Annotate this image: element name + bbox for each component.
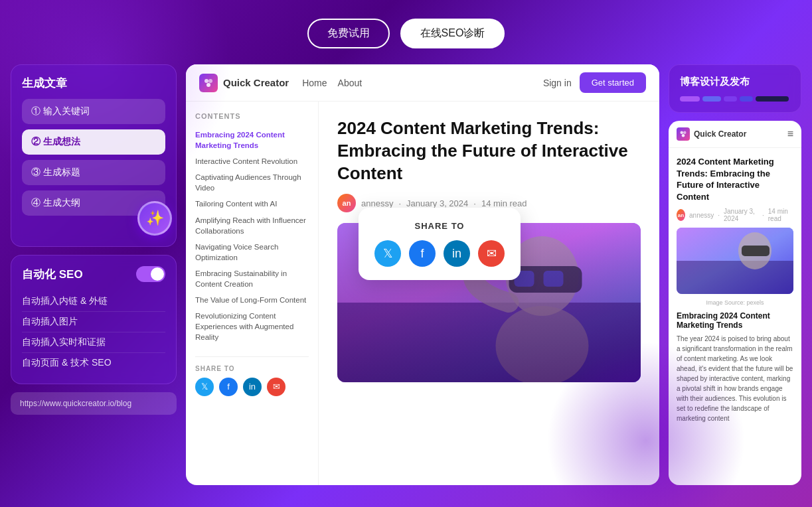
sign-in-link[interactable]: Sign in — [543, 78, 572, 88]
right-blog-content: 2024 Content Marketing Trends: Embracing… — [669, 148, 801, 431]
right-logo-icon — [677, 127, 690, 141]
svg-rect-15 — [677, 261, 793, 294]
right-blog-card: Quick Creator ≡ 2024 Content Marketing T… — [669, 121, 801, 485]
right-meta-dot: · — [718, 212, 720, 219]
right-author-avatar: an — [677, 209, 685, 221]
toc-item-3[interactable]: Tailoring Content with AI — [195, 196, 309, 212]
progress-bar-5 — [756, 96, 789, 102]
right-article-date: January 3, 2024 — [724, 208, 758, 222]
seo-toggle[interactable] — [136, 266, 165, 282]
share-popup: SHARE TO 𝕏 f in ✉ — [359, 208, 521, 280]
blog-navbar: Quick Creator Home About Sign in Get sta… — [186, 64, 659, 102]
right-blog-logo: Quick Creator — [677, 127, 787, 141]
toc-item-0[interactable]: Embracing 2024 Content Marketing Trends — [195, 127, 309, 153]
article-date: January 3, 2024 — [406, 198, 468, 208]
svg-rect-17 — [742, 246, 770, 256]
right-image-caption: Image Source: pexels — [677, 299, 793, 306]
seo-feature-1: 自动插入内链 & 外链 — [22, 291, 165, 312]
seo-feature-2: 自动插入图片 — [22, 312, 165, 332]
toc-share-facebook[interactable]: f — [219, 378, 238, 396]
toc-share-twitter[interactable]: 𝕏 — [195, 378, 214, 396]
toc-item-2[interactable]: Captivating Audiences Through Video — [195, 169, 309, 196]
share-popup-icons: 𝕏 f in ✉ — [374, 240, 505, 267]
magic-button[interactable]: ✨ — [137, 201, 172, 236]
top-buttons-section: 免费试用 在线SEO诊断 — [0, 0, 812, 64]
logo-icon — [199, 74, 218, 92]
progress-bar-3 — [724, 96, 737, 102]
blog-nav-right: Sign in Get started — [543, 72, 646, 93]
meta-dot: · — [398, 198, 401, 208]
seo-diagnosis-button[interactable]: 在线SEO诊断 — [400, 19, 505, 48]
blog-article: 2024 Content Marketing Trends: Embracing… — [319, 102, 659, 485]
free-trial-button[interactable]: 免费试用 — [307, 19, 390, 48]
get-started-button[interactable]: Get started — [580, 72, 646, 93]
popup-share-email[interactable]: ✉ — [478, 240, 505, 267]
popup-share-facebook[interactable]: f — [409, 240, 436, 267]
svg-point-2 — [206, 83, 210, 87]
toc-share-linkedin[interactable]: in — [243, 378, 262, 396]
left-panel: 生成文章 ① 输入关键词 ② 生成想法 ③ 生成标题 ④ 生成大纲 ✨ 自动化 … — [11, 64, 177, 485]
toc-share-email[interactable]: ✉ — [267, 378, 285, 396]
seo-feature-4: 自动页面 & 技术 SEO — [22, 353, 165, 373]
toc-item-6[interactable]: Embracing Sustainability in Content Crea… — [195, 265, 309, 292]
progress-bar-2 — [702, 96, 721, 102]
toc-item-8[interactable]: Revolutionizing Content Experiences with… — [195, 308, 309, 345]
toc-share-label: SHARE TO — [195, 365, 309, 372]
toc-title: CONTENTS — [195, 112, 309, 120]
blog-logo: Quick Creator — [199, 74, 289, 92]
nav-home[interactable]: Home — [302, 78, 327, 88]
right-article-text: The year 2024 is poised to bring about a… — [677, 334, 793, 423]
author-avatar: an — [337, 194, 356, 212]
svg-point-12 — [683, 131, 687, 135]
right-blog-logo-text: Quick Creator — [694, 129, 746, 139]
meta-dot2: · — [473, 198, 476, 208]
main-layout: 生成文章 ① 输入关键词 ② 生成想法 ③ 生成标题 ④ 生成大纲 ✨ 自动化 … — [0, 64, 812, 485]
seo-feature-3: 自动插入实时和证据 — [22, 332, 165, 353]
right-top-title: 博客设计及发布 — [680, 76, 790, 88]
step-generate-title[interactable]: ③ 生成标题 — [22, 160, 165, 185]
share-to-mini: SHARE TO 𝕏 f in ✉ — [195, 356, 309, 396]
right-author-name: annessy — [689, 212, 714, 219]
svg-point-11 — [681, 131, 684, 135]
right-meta-dot2: · — [762, 212, 764, 219]
toc-item-7[interactable]: The Value of Long-Form Content — [195, 292, 309, 308]
toc-item-4[interactable]: Amplifying Reach with Influencer Collabo… — [195, 212, 309, 239]
svg-point-1 — [208, 79, 212, 83]
progress-bars — [680, 96, 790, 102]
hamburger-icon[interactable]: ≡ — [787, 128, 793, 140]
author-name: annessy — [361, 198, 393, 208]
step-input-keyword[interactable]: ① 输入关键词 — [22, 99, 165, 124]
article-read-time: 14 min read — [481, 198, 527, 208]
magic-btn-wrapper: ✨ — [22, 201, 172, 236]
popup-share-twitter[interactable]: 𝕏 — [374, 240, 401, 267]
blog-content: CONTENTS Embracing 2024 Content Marketin… — [186, 102, 659, 485]
blog-toc: CONTENTS Embracing 2024 Content Marketin… — [186, 102, 319, 485]
progress-bar-4 — [740, 96, 753, 102]
blog-logo-text: Quick Creator — [223, 77, 289, 88]
url-bar[interactable]: https://www.quickcreator.io/blog — [11, 392, 177, 415]
nav-about[interactable]: About — [338, 78, 363, 88]
toc-item-1[interactable]: Interactive Content Revolution — [195, 153, 309, 169]
right-article-title: 2024 Content Marketing Trends: Embracing… — [677, 156, 793, 202]
right-read-time: 14 min read — [768, 208, 793, 222]
blog-nav-links: Home About — [302, 78, 362, 88]
article-title: 2024 Content Marketing Trends: Embracing… — [337, 117, 641, 184]
seo-header-row: 自动化 SEO — [22, 266, 165, 282]
right-article-meta: an annessy · January 3, 2024 · 14 min re… — [677, 208, 793, 222]
right-section-title: Embracing 2024 Content Marketing Trends — [677, 311, 793, 330]
generate-article-card: 生成文章 ① 输入关键词 ② 生成想法 ③ 生成标题 ④ 生成大纲 ✨ — [11, 64, 177, 247]
svg-point-13 — [682, 134, 685, 137]
share-popup-title: SHARE TO — [374, 221, 505, 231]
seo-card: 自动化 SEO 自动插入内链 & 外链 自动插入图片 自动插入实时和证据 自动页… — [11, 255, 177, 384]
center-panel: Quick Creator Home About Sign in Get sta… — [186, 64, 659, 485]
right-panel: 博客设计及发布 — [669, 64, 801, 485]
toc-item-5[interactable]: Navigating Voice Search Optimization — [195, 239, 309, 265]
right-blog-header: Quick Creator ≡ — [669, 121, 801, 148]
generate-article-title: 生成文章 — [22, 76, 165, 91]
svg-point-0 — [204, 79, 208, 83]
toc-share-icons: 𝕏 f in ✉ — [195, 378, 309, 396]
popup-share-linkedin[interactable]: in — [444, 240, 470, 267]
step-generate-ideas[interactable]: ② 生成想法 — [22, 129, 165, 155]
right-top-card: 博客设计及发布 — [669, 64, 801, 113]
blog-preview: Quick Creator Home About Sign in Get sta… — [186, 64, 659, 485]
